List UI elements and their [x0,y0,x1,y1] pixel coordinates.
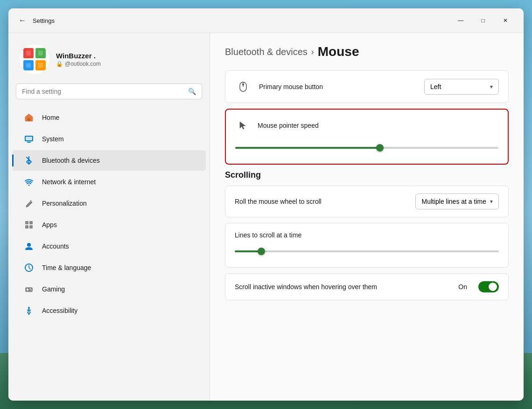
scroll-inactive-row: Scroll inactive windows when hovering ov… [225,274,508,300]
sidebar: WinBuzzer . 🔒 @outlook.com 🔍 [8,33,210,401]
main-content: Bluetooth & devices › Mouse Primary mous… [210,33,524,401]
personalization-icon [23,198,35,209]
bluetooth-icon [23,155,35,166]
scroll-inactive-toggle[interactable] [478,281,499,292]
user-name: WinBuzzer . [56,52,101,60]
sidebar-item-label-home: Home [42,114,59,121]
scrolling-heading: Scrolling [225,170,509,180]
svg-rect-6 [26,63,31,68]
svg-rect-10 [26,137,32,140]
roll-wheel-label: Roll the mouse wheel to scroll [235,198,408,205]
nav-items: Home System [8,107,210,321]
primary-mouse-button-value: Left [430,83,486,90]
svg-point-18 [27,243,31,247]
svg-rect-17 [29,225,33,229]
settings-window: ← Settings — □ ✕ [8,8,524,401]
system-icon [23,133,35,145]
roll-wheel-value: Multiple lines at a time [421,198,486,205]
scroll-inactive-value: On [458,283,467,291]
breadcrumb-current: Mouse [318,44,359,59]
maximize-button[interactable]: □ [472,13,494,28]
cursor-icon [235,117,252,134]
lines-to-scroll-label: Lines to scroll at a time [235,231,301,239]
svg-point-28 [242,83,244,85]
back-button[interactable]: ← [16,14,29,27]
lines-to-scroll-card: Lines to scroll at a time [225,223,509,268]
svg-rect-16 [25,225,28,229]
sidebar-item-label-time: Time & language [42,264,91,271]
close-button[interactable]: ✕ [495,13,516,28]
sidebar-item-network[interactable]: Network & internet [12,172,206,192]
network-icon [23,176,35,187]
svg-point-12 [28,185,30,186]
svg-rect-4 [26,51,31,55]
user-profile[interactable]: WinBuzzer . 🔒 @outlook.com [8,41,210,83]
breadcrumb: Bluetooth & devices › Mouse [225,44,509,59]
search-box[interactable]: 🔍 [16,83,202,99]
svg-point-22 [31,290,32,291]
roll-wheel-row: Roll the mouse wheel to scroll Multiple … [225,186,508,217]
search-icon: 🔍 [188,88,196,95]
primary-mouse-button-label: Primary mouse button [259,83,417,90]
lines-to-scroll-slider[interactable] [235,245,499,258]
mouse-pointer-speed-slider[interactable] [235,141,498,154]
lines-slider-thumb[interactable] [258,248,265,255]
sidebar-item-bluetooth[interactable]: Bluetooth & devices [12,150,206,171]
sidebar-item-home[interactable]: Home [12,107,206,128]
svg-rect-5 [38,51,43,55]
svg-point-23 [28,307,30,309]
sidebar-item-personalization[interactable]: Personalization [12,193,206,214]
accessibility-icon [23,305,35,316]
mouse-pointer-speed-card: Mouse pointer speed [225,109,509,165]
gaming-icon [23,284,35,295]
svg-rect-14 [25,221,28,224]
sidebar-item-label-accessibility: Accessibility [42,307,77,314]
svg-rect-15 [29,221,33,224]
sidebar-item-label-bluetooth: Bluetooth & devices [42,157,100,164]
sidebar-item-label-gaming: Gaming [42,285,65,293]
window-controls: — □ ✕ [450,13,516,28]
sidebar-item-apps[interactable]: Apps [12,215,206,235]
roll-wheel-card: Roll the mouse wheel to scroll Multiple … [225,186,509,217]
pointer-speed-content: Mouse pointer speed [226,110,508,164]
breadcrumb-parent[interactable]: Bluetooth & devices [225,47,308,57]
sidebar-item-label-accounts: Accounts [42,243,69,250]
sidebar-item-accessibility[interactable]: Accessibility [12,300,206,321]
sidebar-item-label-network: Network & internet [42,178,96,186]
primary-mouse-button-dropdown[interactable]: Left ▾ [424,79,499,95]
breadcrumb-separator: › [311,47,314,57]
sidebar-item-system[interactable]: System [12,129,206,149]
accounts-icon [23,241,35,252]
lines-to-scroll-content: Lines to scroll at a time [225,223,508,267]
sidebar-item-time[interactable]: Time & language [12,257,206,278]
sidebar-item-gaming[interactable]: Gaming [12,279,206,299]
mouse-pointer-speed-label: Mouse pointer speed [258,122,498,129]
roll-wheel-dropdown[interactable]: Multiple lines at a time ▾ [415,194,499,209]
search-input[interactable] [22,88,184,95]
apps-icon [23,219,35,230]
svg-point-21 [30,289,31,290]
pointer-speed-header: Mouse pointer speed [235,117,498,134]
window-title: Settings [33,17,450,24]
home-icon [23,112,35,123]
slider-track [235,147,498,149]
titlebar: ← Settings — □ ✕ [8,8,524,33]
slider-thumb[interactable] [376,144,384,152]
svg-rect-8 [28,118,30,121]
slider-fill [235,147,380,149]
scroll-inactive-card: Scroll inactive windows when hovering ov… [225,273,509,300]
toggle-knob [489,283,497,291]
chevron-down-icon: ▾ [490,83,493,90]
svg-point-13 [30,200,32,202]
sidebar-item-accounts[interactable]: Accounts [12,236,206,256]
primary-mouse-button-card: Primary mouse button Left ▾ [225,70,509,103]
lines-slider-track [235,250,499,252]
lock-icon: 🔒 [56,61,63,67]
content-area: WinBuzzer . 🔒 @outlook.com 🔍 [8,33,524,401]
mouse-icon [235,78,252,95]
user-email: 🔒 @outlook.com [56,61,101,67]
minimize-button[interactable]: — [450,13,471,28]
user-info: WinBuzzer . 🔒 @outlook.com [56,52,101,67]
sidebar-item-label-apps: Apps [42,221,57,229]
chevron-down-icon-2: ▾ [490,198,493,205]
